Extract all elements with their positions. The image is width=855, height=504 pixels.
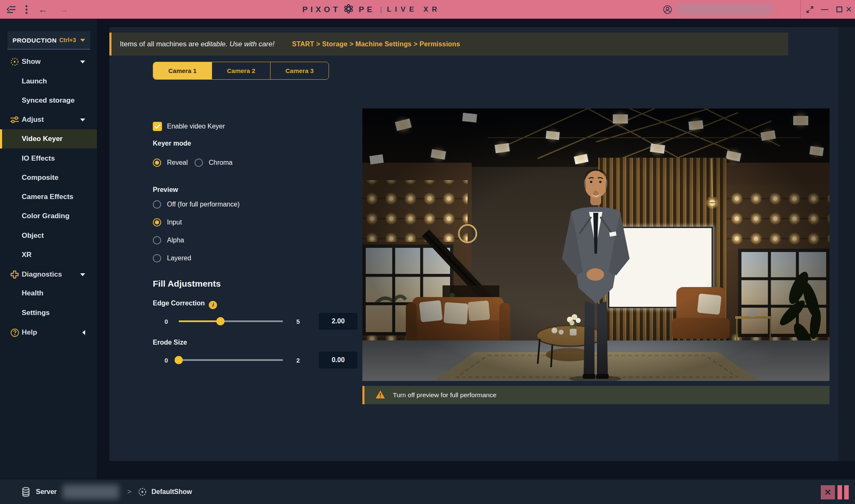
info-icon[interactable]: i [209, 301, 217, 309]
pixotope-gear-o-icon [344, 4, 354, 15]
server-icon [22, 487, 30, 497]
sidebar-item-launch[interactable]: Launch [0, 72, 97, 91]
tab-camera-1[interactable]: Camera 1 [153, 62, 212, 79]
brand-text-right: PE [359, 5, 375, 14]
erode-size-slider[interactable] [179, 359, 283, 361]
enable-video-keyer-label: Enable video Keyer [167, 123, 225, 130]
sidebar-item-adjust[interactable]: Adjust [0, 110, 97, 129]
edge-correction-slider[interactable] [179, 320, 283, 322]
tab-camera-2[interactable]: Camera 2 [212, 62, 270, 79]
username-redacted [676, 4, 772, 15]
keyer-mode-chroma-option[interactable]: Chroma [195, 159, 233, 167]
status-indicator-bar [837, 485, 842, 499]
enable-video-keyer-row[interactable]: Enable video Keyer [153, 122, 225, 131]
radio-selected-icon[interactable] [153, 218, 161, 227]
sidebar-item-composite[interactable]: Composite [0, 168, 97, 187]
warning-text: Turn off preview for full performance [393, 391, 496, 399]
slider-fill [179, 320, 220, 322]
help-icon [10, 328, 19, 337]
sidebar-item-help[interactable]: Help [0, 323, 97, 342]
current-show-name[interactable]: DefaultShow [152, 488, 192, 496]
keyer-mode-label: Keyer mode [153, 140, 191, 147]
sidebar-item-health[interactable]: Health [0, 284, 97, 303]
radio-unselected-icon[interactable] [153, 254, 161, 262]
slider-min-label: 0 [164, 357, 175, 364]
kebab-menu-icon[interactable] [21, 0, 32, 19]
mode-label: PRODUCTION [13, 37, 57, 44]
diagnostics-icon [10, 270, 19, 279]
disconnect-button[interactable]: ✕ [821, 485, 835, 499]
logo-separator: | [380, 6, 382, 13]
edge-correction-value[interactable]: 2.00 [319, 313, 357, 330]
sidebar-item-show[interactable]: Show [0, 52, 97, 71]
radio-unselected-icon[interactable] [153, 200, 161, 209]
preview-label: Preview [153, 186, 178, 194]
sidebar-item-xr[interactable]: XR [0, 245, 97, 265]
sidebar-item-object[interactable]: Object [0, 226, 97, 245]
studio-preview-image [362, 108, 830, 381]
warning-triangle-icon [375, 390, 385, 401]
radio-unselected-icon[interactable] [195, 159, 203, 167]
status-indicator-bar [844, 485, 849, 499]
preview-performance-warning: Turn off preview for full performance [362, 386, 830, 404]
radio-selected-icon[interactable] [153, 159, 161, 167]
statusbar: Server > DefaultShow ✕ [0, 479, 855, 504]
server-name-redacted [63, 485, 119, 499]
slider-max-label: 5 [289, 318, 300, 325]
sidebar-item-video-keyer[interactable]: Video Keyer [0, 129, 97, 149]
detach-window-icon[interactable] [804, 0, 816, 19]
vignette [362, 108, 830, 381]
titlebar: ← → PIXOTPE | LIVE XR — ✕ [0, 0, 855, 19]
tab-camera-3[interactable]: Camera 3 [270, 62, 329, 79]
server-label: Server [36, 488, 57, 496]
erode-size-slider-row: 0 2 0.00 [164, 352, 357, 368]
preview-alpha-option[interactable]: Alpha [153, 236, 184, 244]
pixotope-live-xr-window: ← → PIXOTPE | LIVE XR — ✕ PRODUCTION Ctr… [0, 0, 855, 504]
fill-adjustments-title: Fill Adjustments [153, 279, 221, 289]
breadcrumb[interactable]: START > Storage > Machine Settings > Per… [292, 40, 460, 48]
sidebar-item-synced-storage[interactable]: Synced storage [0, 91, 97, 110]
forward-button[interactable]: → [57, 0, 71, 19]
sidebar-item-io-effects[interactable]: IO Effects [0, 149, 97, 168]
keyer-mode-reveal-option[interactable]: Reveal [153, 159, 188, 167]
sidebar-item-settings[interactable]: Settings [0, 303, 97, 323]
edge-correction-label: Edge Correctioni [153, 300, 217, 309]
slider-min-label: 0 [164, 318, 175, 325]
show-icon [138, 488, 147, 496]
sidebar-item-diagnostics[interactable]: Diagnostics [0, 265, 97, 284]
chevron-down-icon [80, 118, 85, 121]
mode-shortcut: Ctrl+3 [59, 37, 76, 43]
slider-thumb[interactable] [216, 317, 225, 325]
collapse-sidebar-icon[interactable] [4, 0, 18, 19]
erode-size-label: Erode Size [153, 339, 187, 346]
pixotope-logo: PIXOTPE | LIVE XR [288, 0, 455, 19]
user-account-icon[interactable] [661, 0, 674, 19]
slider-thumb[interactable] [175, 356, 183, 364]
chevron-down-icon [80, 273, 85, 276]
close-button[interactable]: ✕ [842, 0, 855, 19]
preview-off-option[interactable]: Off (for full performance) [153, 200, 240, 209]
chevron-down-icon [80, 39, 85, 42]
camera-tabs: Camera 1 Camera 2 Camera 3 [153, 62, 329, 80]
adjust-icon [10, 115, 19, 124]
mode-selector-production[interactable]: PRODUCTION Ctrl+3 [8, 31, 90, 50]
edge-correction-slider-row: 0 5 2.00 [164, 313, 357, 330]
chevron-down-icon [80, 60, 85, 63]
editable-warning-banner: Items of all machines are editable. Use … [109, 33, 788, 55]
show-icon [10, 57, 19, 66]
slider-max-label: 2 [289, 357, 300, 364]
preview-input-option[interactable]: Input [153, 218, 182, 227]
scroll-gutter[interactable] [838, 27, 855, 461]
sidebar-item-camera-effects[interactable]: Camera Effects [0, 187, 97, 207]
minimize-button[interactable]: — [818, 0, 831, 19]
chevron-left-icon [82, 330, 85, 335]
preview-layered-option[interactable]: Layered [153, 254, 191, 262]
studio-scene [362, 108, 830, 381]
enable-video-keyer-checkbox[interactable] [153, 122, 162, 131]
chevron-right-icon: > [127, 488, 132, 496]
erode-size-value[interactable]: 0.00 [319, 352, 357, 368]
titlebar-divider [800, 0, 801, 19]
radio-unselected-icon[interactable] [153, 236, 161, 244]
sidebar-item-color-grading[interactable]: Color Grading [0, 207, 97, 226]
back-button[interactable]: ← [36, 0, 50, 19]
